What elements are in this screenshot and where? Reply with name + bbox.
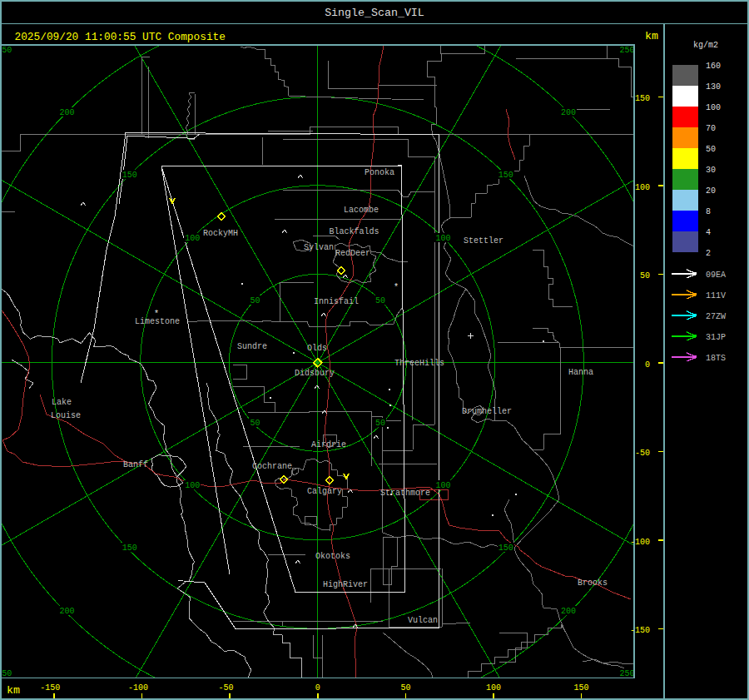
svg-text:70: 70 — [706, 124, 716, 133]
svg-text:-100: -100 — [630, 538, 650, 547]
svg-text:Stettler: Stettler — [464, 236, 503, 246]
svg-text:Lacombe: Lacombe — [344, 206, 379, 215]
svg-text:20: 20 — [706, 186, 716, 196]
svg-text:150: 150 — [122, 544, 137, 553]
svg-text:250: 250 — [619, 46, 634, 55]
svg-text:130: 130 — [706, 82, 721, 92]
svg-text:100: 100 — [435, 234, 450, 243]
svg-text:31JP: 31JP — [706, 333, 726, 342]
svg-text:ThreeHills: ThreeHills — [394, 359, 444, 368]
svg-text:50: 50 — [640, 271, 650, 280]
svg-text:30: 30 — [706, 166, 716, 175]
svg-text:111V: 111V — [706, 291, 726, 300]
svg-text:*: * — [394, 283, 399, 292]
svg-text:Hanna: Hanna — [568, 368, 593, 377]
svg-text:Airdrie: Airdrie — [311, 440, 346, 449]
svg-text:8: 8 — [706, 207, 711, 216]
svg-text:-100: -100 — [128, 683, 148, 693]
svg-text:250: 250 — [0, 46, 12, 55]
svg-text:Sundre: Sundre — [237, 342, 267, 351]
svg-text:50: 50 — [400, 683, 410, 693]
svg-text:150: 150 — [499, 171, 513, 180]
svg-text:160: 160 — [706, 62, 721, 71]
svg-text:200: 200 — [561, 607, 576, 616]
svg-text:50: 50 — [375, 419, 385, 428]
svg-text:100: 100 — [435, 481, 450, 490]
svg-text:Single_Scan_VIL: Single_Scan_VIL — [325, 7, 424, 19]
svg-text:Okotoks: Okotoks — [315, 552, 350, 561]
svg-text:HighRiver: HighRiver — [323, 580, 368, 589]
svg-text:2025/09/20 11:00:55 UTC Compos: 2025/09/20 11:00:55 UTC Composite — [15, 31, 226, 43]
svg-text:100: 100 — [706, 103, 721, 112]
svg-text:50: 50 — [706, 145, 716, 154]
svg-text:-50: -50 — [218, 683, 233, 693]
svg-text:0: 0 — [315, 683, 320, 693]
svg-text:km: km — [645, 30, 658, 42]
svg-text:100: 100 — [486, 683, 501, 693]
svg-text:Lake: Lake — [52, 398, 72, 407]
svg-text:Louise: Louise — [51, 411, 81, 420]
svg-text:Innisfail: Innisfail — [314, 297, 359, 306]
svg-text:Vulcan: Vulcan — [408, 616, 438, 625]
svg-text:km: km — [7, 684, 20, 697]
svg-text:Drumheller: Drumheller — [462, 407, 512, 416]
svg-text:2: 2 — [706, 249, 711, 258]
svg-text:4: 4 — [706, 228, 711, 237]
svg-text:150: 150 — [574, 683, 589, 693]
svg-text:RedDeer: RedDeer — [335, 249, 370, 258]
svg-text:150: 150 — [499, 544, 513, 553]
svg-text:Blackfalds: Blackfalds — [329, 227, 379, 236]
svg-text:-150: -150 — [40, 683, 60, 693]
svg-text:RockyMH: RockyMH — [203, 229, 238, 238]
svg-text:Olds: Olds — [307, 344, 327, 353]
svg-text:200: 200 — [60, 108, 75, 117]
svg-text:Ponoka: Ponoka — [365, 168, 394, 177]
svg-text:Brooks: Brooks — [578, 578, 608, 588]
svg-text:Sylvan: Sylvan — [304, 243, 334, 252]
svg-text:100: 100 — [185, 234, 200, 243]
svg-text:Banff: Banff — [123, 460, 148, 469]
svg-text:0: 0 — [645, 360, 650, 370]
svg-text:09EA: 09EA — [706, 271, 726, 280]
svg-text:100: 100 — [185, 481, 200, 490]
svg-text:50: 50 — [250, 296, 260, 305]
svg-text:Didsbury: Didsbury — [295, 369, 335, 378]
svg-text:150: 150 — [122, 171, 137, 180]
svg-text:50: 50 — [375, 296, 385, 305]
svg-text:250: 250 — [0, 669, 12, 678]
svg-text:kg/m2: kg/m2 — [693, 41, 718, 50]
svg-text:27ZW: 27ZW — [706, 312, 726, 321]
svg-text:200: 200 — [561, 108, 576, 117]
svg-text:Strathmore: Strathmore — [380, 489, 430, 498]
svg-text:50: 50 — [250, 419, 260, 428]
svg-text:Calgary: Calgary — [307, 487, 342, 496]
svg-text:Cochrane: Cochrane — [252, 462, 292, 471]
svg-text:18TS: 18TS — [706, 354, 726, 363]
svg-text:-50: -50 — [635, 449, 650, 458]
svg-text:250: 250 — [619, 669, 634, 678]
svg-text:200: 200 — [60, 607, 75, 616]
svg-text:-150: -150 — [630, 626, 650, 635]
svg-text:*: * — [154, 310, 159, 319]
svg-text:150: 150 — [635, 94, 650, 103]
svg-text:100: 100 — [635, 183, 650, 192]
